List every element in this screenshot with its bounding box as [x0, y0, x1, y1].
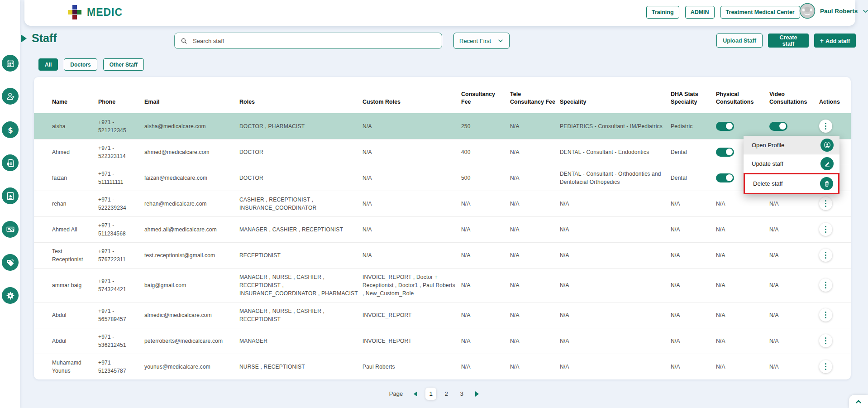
cell-name: Test Receptionist [34, 242, 98, 268]
column-header-physical-consultations: Physical Consultations [716, 77, 769, 113]
cell-speciality: N/A [560, 302, 671, 328]
sidebar-item-calendar[interactable] [2, 55, 19, 72]
cell-roles: MANAGER , NURSE , CASHIER , RECEPTIONIST… [239, 268, 362, 302]
add-staff-button[interactable]: +Add staff [814, 34, 856, 48]
add-staff-person-icon [5, 91, 15, 101]
cell-physical-consultations: N/A [716, 354, 769, 379]
cell-dha-stats-speciality: Pediatric [671, 113, 716, 139]
pagination: Page 123 [0, 388, 868, 400]
chevron-down-icon [862, 8, 868, 14]
row-action-menu: Open ProfileUpdate staffDelete staff [744, 136, 839, 194]
physical-consultations-toggle[interactable] [716, 122, 734, 131]
cell-physical-consultations: N/A [716, 191, 769, 216]
column-header-consultancy-fee: Consultancy Fee [461, 77, 510, 113]
sidebar: $ [0, 0, 20, 408]
sidebar-item-billing-dollar[interactable]: $ [2, 121, 19, 138]
video-consultations-toggle[interactable] [769, 122, 787, 131]
scroll-to-top-button[interactable] [849, 395, 868, 408]
dot [825, 200, 827, 202]
cell-value: N/A [769, 338, 779, 344]
cell-value: N/A [769, 201, 779, 207]
table-row: Muhamamd Younus+971 - 512345787younus@me… [34, 354, 851, 379]
row-actions-button[interactable] [819, 120, 832, 133]
cell-value: N/A [716, 252, 725, 259]
header-button-training[interactable]: Training [646, 6, 679, 19]
cell-physical-consultations: N/A [716, 216, 769, 242]
header-button-admin[interactable]: ADMIN [685, 6, 715, 19]
cell-roles: NURSE , RECEPTIONIST [239, 354, 362, 379]
cell-physical-consultations: N/A [716, 302, 769, 328]
cell-speciality: PEDIATRICS - Consultant - IM/Pediatrics [560, 113, 671, 139]
header-actions: TrainingADMINTreatment Medical Center [646, 6, 800, 19]
menu-item-delete-staff[interactable]: Delete staff [744, 173, 839, 194]
insurance-claims-icon [5, 158, 15, 168]
row-actions-button[interactable] [819, 249, 832, 262]
cell-video-consultations: N/A [769, 268, 819, 302]
sort-dropdown[interactable]: Recent First [453, 33, 510, 49]
dot [825, 254, 827, 256]
column-header-speciality: Speciality [560, 77, 671, 113]
page-number-1[interactable]: 1 [425, 388, 436, 400]
tab-all[interactable]: All [38, 58, 58, 71]
dot [825, 317, 827, 319]
row-actions-button[interactable] [819, 308, 832, 322]
dot [825, 369, 827, 370]
cell-consultancy-fee: 500 [461, 165, 510, 191]
open-profile-icon [820, 139, 834, 152]
previous-page-arrow-icon[interactable] [414, 391, 417, 397]
tab-doctors[interactable]: Doctors [64, 58, 97, 71]
table-row: Ahmed Ali+971 - 511234568ahmed.ali@medic… [34, 216, 851, 242]
page-number-2[interactable]: 2 [441, 388, 452, 400]
row-actions-button[interactable] [819, 360, 832, 373]
sort-value: Recent First [459, 38, 491, 44]
cell-physical-consultations: N/A [716, 268, 769, 302]
menu-item-open-profile[interactable]: Open Profile [744, 136, 839, 154]
page-title-block: Staff [21, 32, 57, 45]
dot [825, 282, 827, 283]
create-staff-button[interactable]: Create staff [768, 34, 809, 48]
row-actions-button[interactable] [819, 334, 832, 347]
cell-tele-consultancy-fee: N/A [510, 302, 560, 328]
cell-phone: +971 - 511234568 [98, 216, 144, 242]
toggle-knob [726, 123, 733, 130]
table-row: Ahmed+971 - 522323114ahmed@medicalcare.c… [34, 139, 851, 165]
dot [825, 229, 827, 230]
physical-consultations-toggle[interactable] [716, 148, 734, 157]
menu-item-update-staff[interactable]: Update staff [744, 154, 839, 173]
avatar[interactable] [799, 3, 816, 19]
physical-consultations-toggle[interactable] [716, 173, 734, 182]
cell-value: N/A [769, 282, 779, 288]
cell-custom-roles: N/A [362, 242, 461, 268]
cell-consultancy-fee: N/A [461, 216, 510, 242]
calendar-icon [5, 58, 15, 68]
header-button-treatment-medical-center[interactable]: Treatment Medical Center [720, 6, 800, 19]
sidebar-item-add-staff-person[interactable] [2, 88, 19, 105]
table-row: Abdul+971 - 536212451peterroberts@medica… [34, 328, 851, 354]
dot [825, 226, 827, 228]
sidebar-item-pos-machine[interactable] [2, 221, 19, 238]
column-header-roles: Roles [239, 77, 362, 113]
row-actions-button[interactable] [819, 223, 832, 236]
sidebar-item-insurance-claims[interactable] [2, 154, 19, 171]
upload-staff-button[interactable]: Upload Staff [716, 34, 763, 48]
cell-roles: MANAGER [239, 328, 362, 354]
cell-video-consultations: N/A [769, 216, 819, 242]
sidebar-item-reports[interactable] [2, 187, 19, 204]
cell-tele-consultancy-fee: N/A [510, 139, 560, 165]
user-menu[interactable]: Paul Roberts [799, 3, 868, 19]
sidebar-item-services-tag[interactable] [2, 254, 19, 271]
cell-dha-stats-speciality: N/A [671, 328, 716, 354]
sidebar-item-settings-gear[interactable] [2, 287, 19, 304]
staff-filter-tabs: AllDoctorsOther Staff [38, 58, 144, 71]
dot [825, 123, 827, 125]
page-number-3[interactable]: 3 [456, 388, 467, 400]
row-actions-button[interactable] [819, 278, 832, 292]
table-row: rehan+971 - 522239234rehan@medicalcare.c… [34, 191, 851, 216]
cell-value: N/A [769, 252, 779, 259]
next-page-arrow-icon[interactable] [475, 391, 479, 397]
search-input[interactable] [192, 37, 436, 45]
dot [825, 128, 827, 130]
cell-name: Muhamamd Younus [34, 354, 98, 379]
tab-other-staff[interactable]: Other Staff [103, 58, 144, 71]
row-actions-button[interactable] [819, 197, 832, 210]
